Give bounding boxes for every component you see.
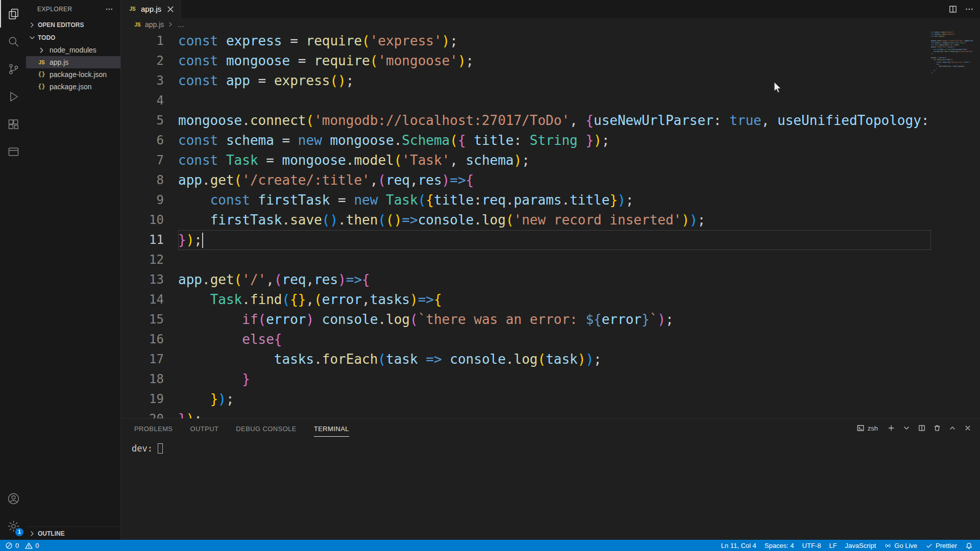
- code-line-8[interactable]: 8app.get('/create/:title',(req,res)=>{: [121, 170, 980, 190]
- activity-item-extensions[interactable]: [0, 110, 26, 138]
- panel-header: PROBLEMSOUTPUTDEBUG CONSOLETERMINAL zsh: [121, 419, 980, 437]
- status-item-bell[interactable]: [965, 542, 973, 549]
- line-number: 16: [121, 330, 178, 349]
- panel-toolbar: zsh: [856, 424, 972, 432]
- code-line-18[interactable]: 18 }: [121, 369, 980, 389]
- line-content: mongoose.connect('mongodb://localhost:27…: [178, 111, 929, 131]
- activity-item-explorer[interactable]: [0, 0, 26, 28]
- code-editor[interactable]: 1const express = require('express');2con…: [121, 31, 980, 418]
- split-icon[interactable]: [918, 424, 926, 432]
- file-item-app-js[interactable]: JSapp.js: [26, 56, 120, 68]
- line-content: const schema = new mongoose.Schema({ tit…: [178, 131, 609, 151]
- close-icon[interactable]: [165, 4, 176, 14]
- tab-app-js[interactable]: JS app.js: [121, 0, 181, 18]
- file-item-package-lock-json[interactable]: {}package-lock.json: [26, 68, 120, 81]
- breadcrumb-file[interactable]: app.js: [145, 20, 164, 29]
- settings-badge: 1: [15, 528, 23, 536]
- status-item-0[interactable]: 0: [5, 542, 19, 549]
- status-bar: 00 Ln 11, Col 4Spaces: 4UTF-8LFJavaScrip…: [0, 540, 980, 551]
- line-number: 7: [121, 151, 178, 170]
- status-item-utf-8[interactable]: UTF-8: [802, 542, 821, 549]
- more-icon[interactable]: [965, 5, 974, 14]
- warning-icon: [25, 542, 33, 549]
- file-item-package-json[interactable]: {}package.json: [26, 81, 120, 93]
- code-line-17[interactable]: 17 tasks.forEach(task => console.log(tas…: [121, 349, 980, 369]
- code-line-9[interactable]: 9 const firstTask = new Task({title:req.…: [121, 190, 980, 210]
- code-line-14[interactable]: 14 Task.find({},(error,tasks)=>{: [121, 290, 980, 310]
- panel-tab-problems[interactable]: PROBLEMS: [134, 420, 173, 437]
- activity-item-remote-explorer[interactable]: [0, 138, 26, 165]
- js-icon: JS: [128, 6, 137, 12]
- terminal[interactable]: dev:: [121, 437, 980, 454]
- status-item-spaces-4[interactable]: Spaces: 4: [765, 542, 794, 549]
- activity-item-source-control[interactable]: [0, 55, 26, 83]
- code-line-5[interactable]: 5mongoose.connect('mongodb://localhost:2…: [121, 111, 980, 131]
- code-line-3[interactable]: 3const app = express();: [121, 71, 980, 91]
- line-content: Task.find({},(error,tasks)=>{: [178, 290, 442, 310]
- chevron-right-icon: [28, 21, 36, 29]
- chevron-down-icon[interactable]: [902, 424, 911, 432]
- status-item-0[interactable]: 0: [25, 542, 39, 549]
- activity-item-accounts[interactable]: [0, 485, 26, 512]
- code-line-20[interactable]: 20});: [121, 409, 980, 418]
- status-item-go-live[interactable]: Go Live: [884, 542, 917, 549]
- terminal-prompt: dev:: [132, 443, 153, 454]
- panel-tab-terminal[interactable]: TERMINAL: [314, 420, 349, 437]
- status-item-javascript[interactable]: JavaScript: [845, 542, 876, 549]
- line-number: 13: [121, 270, 178, 290]
- panel-tab-debug-console[interactable]: DEBUG CONSOLE: [236, 420, 297, 437]
- split-editor-icon[interactable]: [948, 5, 958, 14]
- line-number: 11: [121, 230, 178, 250]
- code-line-12[interactable]: 12: [121, 250, 980, 270]
- terminal-shell-select[interactable]: zsh: [856, 424, 878, 432]
- trash-icon[interactable]: [933, 424, 941, 432]
- code-line-19[interactable]: 19 });: [121, 389, 980, 409]
- code-line-2[interactable]: 2const mongoose = require('mongoose');: [121, 51, 980, 71]
- line-number: 5: [121, 111, 178, 131]
- close-icon[interactable]: [964, 424, 972, 432]
- folder-section-header[interactable]: TODO: [26, 31, 120, 44]
- file-tree: node_modulesJSapp.js{}package-lock.json{…: [26, 44, 120, 93]
- check-icon: [925, 542, 933, 549]
- chevron-right-icon: [167, 21, 174, 28]
- line-number: 1: [121, 31, 178, 51]
- code-lines: 1const express = require('express');2con…: [121, 31, 980, 418]
- outline-section[interactable]: OUTLINE: [26, 527, 120, 540]
- line-content: const mongoose = require('mongoose');: [178, 51, 474, 71]
- status-text: Prettier: [936, 542, 957, 549]
- minimap[interactable]: const express = require('express');const…: [931, 31, 973, 418]
- code-line-15[interactable]: 15 if(error) console.log(`there was an e…: [121, 310, 980, 330]
- line-content: });: [178, 230, 203, 250]
- code-line-11[interactable]: 11});: [121, 230, 980, 250]
- code-line-16[interactable]: 16 else{: [121, 330, 980, 349]
- code-line-4[interactable]: 4: [121, 91, 980, 111]
- activity-item-settings[interactable]: 1: [0, 512, 26, 540]
- status-text: Ln 11, Col 4: [721, 542, 756, 549]
- activity-item-search[interactable]: [0, 28, 26, 55]
- code-line-10[interactable]: 10 firstTask.save().then(()=>console.log…: [121, 210, 980, 230]
- file-item-node-modules[interactable]: node_modules: [26, 44, 120, 56]
- debug-icon: [7, 90, 20, 104]
- panel-tab-output[interactable]: OUTPUT: [190, 420, 218, 437]
- breadcrumb[interactable]: JS app.js …: [121, 18, 980, 31]
- status-item-prettier[interactable]: Prettier: [925, 542, 957, 549]
- explorer-more-icon[interactable]: [105, 5, 113, 13]
- activity-bar-bottom: 1: [0, 485, 26, 540]
- status-item-ln-11-col-4[interactable]: Ln 11, Col 4: [721, 542, 756, 549]
- activity-item-run-debug[interactable]: [0, 83, 26, 110]
- line-content: if(error) console.log(`there was an erro…: [178, 310, 674, 330]
- breadcrumb-symbol[interactable]: …: [177, 20, 184, 29]
- code-line-1[interactable]: 1const express = require('express');: [121, 31, 980, 51]
- line-content: app.get('/create/:title',(req,res)=>{: [178, 170, 474, 190]
- panel-actions: [887, 424, 972, 432]
- code-line-7[interactable]: 7const Task = mongoose.model('Task', sch…: [121, 151, 980, 170]
- status-item-lf[interactable]: LF: [829, 542, 837, 549]
- code-line-6[interactable]: 6const schema = new mongoose.Schema({ ti…: [121, 131, 980, 151]
- file-label: package.json: [50, 83, 92, 91]
- plus-icon[interactable]: [887, 424, 895, 432]
- open-editors-section[interactable]: OPEN EDITORS: [26, 18, 120, 31]
- code-line-13[interactable]: 13app.get('/',(req,res)=>{: [121, 270, 980, 290]
- status-text: Spaces: 4: [765, 542, 794, 549]
- chevron-up-icon[interactable]: [948, 424, 957, 432]
- status-left: 00: [0, 542, 39, 549]
